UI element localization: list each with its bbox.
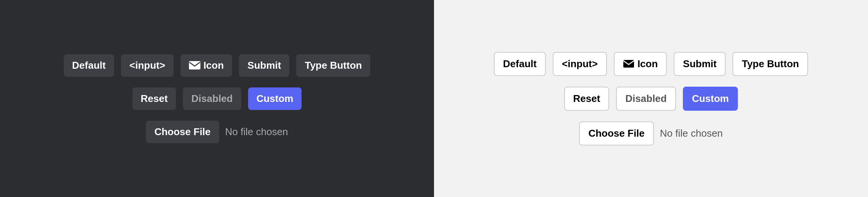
light-reset-button[interactable]: Reset <box>564 87 610 111</box>
dark-row-2: Reset Disabled Custom <box>132 87 302 110</box>
dark-row-3: Choose File No file chosen <box>146 121 288 143</box>
light-disabled-button: Disabled <box>616 87 676 111</box>
light-icon-button[interactable]: Icon <box>614 52 667 76</box>
dark-disabled-button: Disabled <box>183 87 241 110</box>
light-input-button[interactable]: <input> <box>553 52 607 76</box>
light-icon-button-label: Icon <box>637 58 658 70</box>
light-type-button[interactable]: Type Button <box>732 52 808 76</box>
light-row-3: Choose File No file chosen <box>579 121 723 145</box>
dark-icon-button[interactable]: Icon <box>181 54 232 77</box>
light-row-2: Reset Disabled Custom <box>564 87 738 111</box>
light-choose-file-button[interactable]: Choose File <box>579 121 653 145</box>
light-default-button[interactable]: Default <box>494 52 546 76</box>
dark-file-input-wrapper: Choose File No file chosen <box>146 121 288 143</box>
dark-row-1: Default <input> Icon Submit Type Button <box>64 54 370 77</box>
mail-icon <box>189 61 200 69</box>
light-panel: Default <input> Icon Submit Type Button … <box>434 0 868 197</box>
dark-input-button[interactable]: <input> <box>121 54 174 77</box>
dark-icon-button-label: Icon <box>203 60 224 71</box>
dark-no-file-label: No file chosen <box>225 126 288 138</box>
light-no-file-label: No file chosen <box>660 128 723 139</box>
svg-rect-1 <box>189 61 200 69</box>
dark-default-button[interactable]: Default <box>64 54 114 77</box>
dark-panel: Default <input> Icon Submit Type Button … <box>0 0 434 197</box>
mail-icon-light <box>623 60 634 68</box>
light-custom-button[interactable]: Custom <box>683 87 738 111</box>
dark-submit-button[interactable]: Submit <box>239 54 289 77</box>
dark-reset-button[interactable]: Reset <box>132 87 176 110</box>
light-submit-button[interactable]: Submit <box>674 52 726 76</box>
dark-choose-file-button[interactable]: Choose File <box>146 121 219 143</box>
dark-custom-button[interactable]: Custom <box>248 87 302 110</box>
dark-type-button[interactable]: Type Button <box>296 54 370 77</box>
svg-rect-2 <box>623 60 634 68</box>
light-row-1: Default <input> Icon Submit Type Button <box>494 52 808 76</box>
light-file-input-wrapper: Choose File No file chosen <box>579 121 723 145</box>
